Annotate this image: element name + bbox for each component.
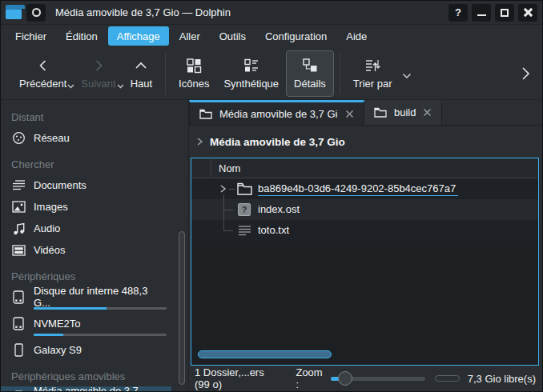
sort-icon (364, 57, 381, 74)
menu-fichier[interactable]: Fichier (6, 26, 55, 46)
tree-line (223, 230, 233, 231)
document-icon (11, 179, 26, 191)
tab-close-icon[interactable] (423, 108, 432, 117)
close-icon (524, 8, 533, 17)
tab-build[interactable]: build (364, 100, 442, 125)
titlebar: Média amovible de 3,7 Gio — Dolphin ? (1, 1, 542, 25)
hard-drive-icon (11, 317, 26, 330)
menu-configuration[interactable]: Configuration (256, 26, 336, 46)
file-row-toto-txt[interactable]: toto.txt (191, 220, 538, 241)
circle-icon (32, 8, 41, 17)
places-panel: Distant Réseau Chercher (1, 100, 189, 391)
image-icon (11, 201, 26, 213)
menu-outils[interactable]: Outils (211, 26, 255, 46)
section-header-peripheriques: Périphériques (1, 266, 188, 286)
chevron-right-icon[interactable] (195, 137, 203, 146)
app-body: Distant Réseau Chercher (1, 100, 542, 391)
folder-app-icon (6, 6, 22, 19)
details-view-icon (301, 57, 319, 74)
chevron-right-icon (90, 57, 107, 74)
help-icon: ? (455, 6, 461, 18)
window-menu-button[interactable] (26, 4, 46, 22)
menu-aide[interactable]: Aide (337, 26, 376, 46)
close-button[interactable] (518, 4, 537, 22)
compact-view-icon (243, 57, 260, 74)
zoom-label: Zoom : (296, 366, 324, 390)
sidebar-item-media-amovible[interactable]: Média amovible de 3,7 ... (1, 386, 171, 392)
dolphin-window: Média amovible de 3,7 Gio — Dolphin ? Fi… (0, 0, 543, 392)
capacity-bar (34, 334, 167, 336)
capacity-bar (34, 307, 167, 310)
toolbar-separator (340, 53, 340, 94)
tree-line (223, 194, 224, 230)
back-button[interactable]: Précédent (12, 50, 74, 97)
tab-close-icon[interactable] (345, 110, 354, 118)
icons-view-button[interactable]: Icônes (171, 50, 216, 97)
menu-aller[interactable]: Aller (171, 26, 209, 46)
details-view-button[interactable]: Détails (286, 50, 334, 97)
items-summary: 1 Dossier,...ers (99 o) (195, 366, 281, 390)
minimize-icon (477, 14, 486, 16)
tree-line (223, 210, 233, 210)
tab-media-amovible[interactable]: Média amovible de 3,7 Gio (189, 100, 364, 125)
help-button[interactable]: ? (448, 4, 468, 22)
section-header-distant: Distant (1, 106, 188, 127)
icons-view-icon (185, 57, 203, 74)
free-space-label: 7,3 Gio libre(s) (468, 373, 536, 385)
sidebar-item-images[interactable]: Images (1, 196, 171, 218)
section-header-chercher: Chercher (1, 154, 188, 174)
menu-affichage[interactable]: Affichage (108, 26, 169, 46)
sidebar-item-galaxy-s9[interactable]: Galaxy S9 (1, 339, 171, 361)
menubar: Fichier Édition Affichage Aller Outils C… (1, 25, 542, 47)
window-controls: ? (448, 4, 537, 22)
chevron-down-icon[interactable] (402, 73, 412, 79)
zoom-slider[interactable] (331, 370, 425, 386)
window-title: Média amovible de 3,7 Gio — Dolphin (55, 6, 444, 18)
unknown-file-icon: ? (236, 202, 252, 217)
sidebar-item-documents[interactable]: Documents (1, 174, 171, 196)
audio-icon (11, 222, 26, 235)
horizontal-scrollbar[interactable] (198, 350, 332, 358)
statusbar: 1 Dossier,...ers (99 o) Zoom : 7,3 Gio l… (189, 366, 542, 391)
breadcrumb-location[interactable]: Média amovible de 3,7 Gio (210, 136, 345, 148)
maximize-icon (501, 9, 509, 17)
folder-icon (236, 182, 252, 196)
sort-by-button[interactable]: Trier par (346, 50, 400, 97)
sidebar-scrollbar[interactable] (179, 231, 185, 385)
network-icon (11, 131, 26, 145)
zoom-slider-handle[interactable] (338, 371, 352, 386)
video-icon (11, 245, 26, 256)
sidebar-item-audio[interactable]: Audio (1, 218, 171, 239)
chevron-left-icon (35, 57, 51, 74)
sidebar-item-disque-dur[interactable]: Disque dur interne 488,3 G... (1, 286, 171, 313)
tree-line (229, 189, 235, 190)
column-header-row: Nom (191, 158, 538, 178)
maximize-button[interactable] (495, 4, 514, 22)
sidebar-item-videos[interactable]: Vidéos (1, 239, 171, 261)
file-row-folder[interactable]: ba869e4b-03d6-4249-9202-85b4cec767a7 (191, 178, 538, 199)
free-space-bar (435, 375, 460, 382)
tabbar: Média amovible de 3,7 Gio build (189, 100, 542, 126)
sidebar-item-nvme2to[interactable]: NVME2To (1, 313, 171, 339)
file-rows: ba869e4b-03d6-4249-9202-85b4cec767a7 ? i… (191, 178, 538, 241)
column-header-nom[interactable]: Nom (211, 162, 240, 174)
forward-button[interactable]: Suivant (74, 50, 123, 97)
expander-icon[interactable] (219, 184, 227, 194)
column-gutter (191, 158, 211, 178)
toolbar-separator (165, 53, 166, 94)
minimize-button[interactable] (472, 4, 491, 22)
up-button[interactable]: Haut (123, 50, 159, 97)
menu-edition[interactable]: Édition (57, 26, 107, 46)
folder-icon (374, 107, 387, 118)
main-panel: Média amovible de 3,7 Gio build (189, 100, 542, 391)
folder-icon (199, 109, 212, 119)
chevron-up-icon (133, 57, 149, 74)
file-row-index-ost[interactable]: ? index.ost (191, 199, 538, 220)
toolbar-overflow-button[interactable] (520, 66, 531, 81)
hard-drive-icon (11, 290, 26, 304)
section-header-peripheriques-amovibles: Périphériques amovibles (1, 366, 188, 386)
text-file-icon (236, 223, 252, 238)
sidebar-item-reseau[interactable]: Réseau (1, 127, 171, 149)
toolbar: Précédent Suivant Haut (1, 47, 542, 100)
compact-view-button[interactable]: Synthétique (216, 50, 286, 97)
